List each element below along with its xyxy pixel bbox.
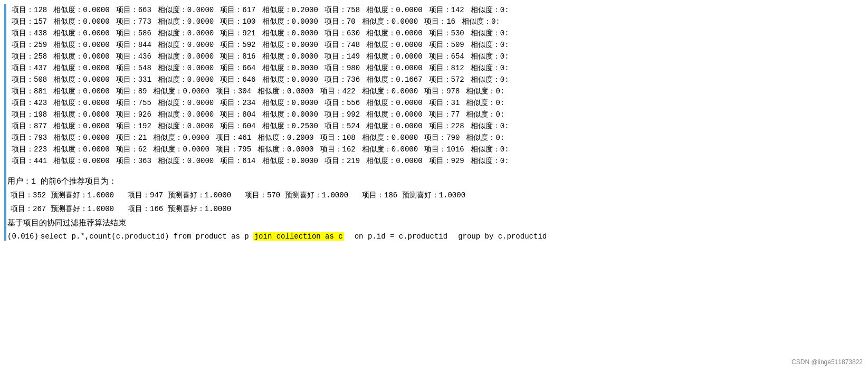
cell-10-9: 相似度：0: [468,120,512,132]
cell-9-6: 项目：992 [321,109,363,120]
cell-2-9: 相似度：0: [468,27,512,39]
cell-7-5: 相似度：0.0000 [254,85,317,97]
cell-11-1: 相似度：0.0000 [50,132,112,144]
rec-item-1-1: 项目：947 预测喜好：1.0000 [125,189,242,201]
cell-4-9: 相似度：0: [468,51,512,62]
cell-6-0: 项目：508 [8,74,50,85]
cell-10-5: 相似度：0.2500 [259,120,321,132]
cell-11-9: 相似度：0: [463,132,508,144]
end-label: 基于项目的协同过滤推荐算法结束 [7,216,864,230]
watermark: CSDN @linge511873822 [791,358,863,366]
cell-12-6: 项目：162 [317,144,359,155]
cell-12-3: 相似度：0.0000 [150,144,212,155]
data-row-7: 项目：881相似度：0.0000项目：89相似度：0.0000项目：304相似度… [7,85,864,97]
cell-1-8: 项目：16 [421,16,459,27]
cell-2-5: 相似度：0.0000 [259,27,321,39]
cell-4-3: 相似度：0.0000 [155,51,217,62]
cell-10-2: 项目：192 [113,120,155,132]
cell-12-7: 相似度：0.0000 [359,144,421,155]
cell-6-8: 项目：572 [426,74,468,85]
data-row-12: 项目：223相似度：0.0000项目：62相似度：0.0000项目：795相似度… [7,144,864,155]
cell-6-4: 项目：646 [217,74,259,85]
cell-9-5: 相似度：0.0000 [259,109,321,120]
cell-13-3: 相似度：0.0000 [155,155,217,167]
cell-11-3: 相似度：0.0000 [150,132,212,144]
sql-timing: (0.016) [7,232,39,241]
data-row-11: 项目：793相似度：0.0000项目：21相似度：0.0000项目：461相似度… [7,132,864,144]
cell-0-9: 相似度：0: [468,4,512,16]
sql-part4: group by c.productid [458,232,547,241]
sql-part1: select p.*,count(c.productid) from produ… [41,232,249,241]
cell-7-7: 相似度：0.0000 [359,85,421,97]
cell-8-0: 项目：423 [8,97,50,109]
cell-0-7: 相似度：0.0000 [363,4,425,16]
cell-8-3: 相似度：0.0000 [155,97,217,109]
data-row-6: 项目：508相似度：0.0000项目：331相似度：0.0000项目：646相似… [7,74,864,85]
cell-5-1: 相似度：0.0000 [50,62,112,74]
cell-12-2: 项目：62 [113,144,150,155]
recommendation-label: 的前6个推荐项目为： [41,177,117,186]
cell-6-7: 相似度：0.1667 [363,74,425,85]
cell-7-4: 项目：304 [213,85,254,97]
cell-3-6: 项目：748 [321,39,363,51]
cell-4-6: 项目：149 [321,51,363,62]
cell-5-0: 项目：437 [8,62,50,74]
cell-12-4: 项目：795 [213,144,254,155]
cell-5-2: 项目：548 [113,62,155,74]
cell-11-7: 相似度：0.0000 [359,132,421,144]
cell-4-2: 项目：436 [113,51,155,62]
separator [7,167,864,173]
left-blue-bar [4,4,6,241]
cell-2-7: 相似度：0.0000 [363,27,425,39]
cell-9-4: 项目：804 [217,109,259,120]
cell-3-4: 项目：592 [217,39,259,51]
cell-12-5: 相似度：0.0000 [254,144,317,155]
cell-11-8: 项目：790 [421,132,463,144]
sql-row: (0.016) select p.*,count(c.productid) fr… [7,230,864,241]
cell-7-3: 相似度：0.0000 [150,85,212,97]
cell-0-8: 项目：142 [426,4,468,16]
cell-5-5: 相似度：0.0000 [259,62,321,74]
cell-3-5: 相似度：0.0000 [259,39,321,51]
cell-6-3: 相似度：0.0000 [155,74,217,85]
data-row-13: 项目：441相似度：0.0000项目：363相似度：0.0000项目：614相似… [7,155,864,167]
cell-9-8: 项目：77 [426,109,463,120]
cell-4-8: 项目：654 [426,51,468,62]
cell-1-7: 相似度：0.0000 [359,16,421,27]
cell-10-8: 项目：228 [426,120,468,132]
cell-0-1: 相似度：0.0000 [50,4,112,16]
cell-10-1: 相似度：0.0000 [50,120,112,132]
cell-1-3: 相似度：0.0000 [155,16,217,27]
cell-2-3: 相似度：0.0000 [155,27,217,39]
sql-part3: on p.id = c.productid [355,232,447,241]
cell-3-3: 相似度：0.0000 [155,39,217,51]
cell-1-5: 相似度：0.0000 [259,16,321,27]
cell-8-6: 项目：556 [321,97,363,109]
cell-9-7: 相似度：0.0000 [363,109,425,120]
cell-6-2: 项目：331 [113,74,155,85]
rec-item-1-2: 项目：570 预测喜好：1.0000 [242,189,359,201]
cell-1-1: 相似度：0.0000 [50,16,112,27]
data-row-1: 项目：157相似度：0.0000项目：773相似度：0.0000项目：100相似… [7,16,864,27]
rec-item-1-0: 项目：352 预测喜好：1.0000 [7,189,125,201]
cell-13-5: 相似度：0.0000 [259,155,321,167]
cell-3-8: 项目：509 [426,39,468,51]
cell-6-9: 相似度：0: [468,74,512,85]
cell-5-6: 项目：980 [321,62,363,74]
user-section-header: 用户：1 的前6个推荐项目为： [7,173,864,188]
cell-0-6: 项目：758 [321,4,363,16]
cell-12-9: 相似度：0: [468,144,512,155]
cell-9-1: 相似度：0.0000 [50,109,112,120]
data-row-2: 项目：438相似度：0.0000项目：586相似度：0.0000项目：921相似… [7,27,864,39]
cell-10-7: 相似度：0.0000 [363,120,425,132]
cell-2-8: 项目：530 [426,27,468,39]
cell-0-2: 项目：663 [113,4,155,16]
data-row-3: 项目：259相似度：0.0000项目：844相似度：0.0000项目：592相似… [7,39,864,51]
cell-5-3: 相似度：0.0000 [155,62,217,74]
cell-11-5: 相似度：0.2000 [254,132,317,144]
cell-13-8: 项目：929 [426,155,468,167]
data-row-5: 项目：437相似度：0.0000项目：548相似度：0.0000项目：664相似… [7,62,864,74]
data-grid: 项目：128相似度：0.0000项目：663相似度：0.0000项目：617相似… [7,4,864,167]
cell-4-0: 项目：258 [8,51,50,62]
cell-9-0: 项目：198 [8,109,50,120]
